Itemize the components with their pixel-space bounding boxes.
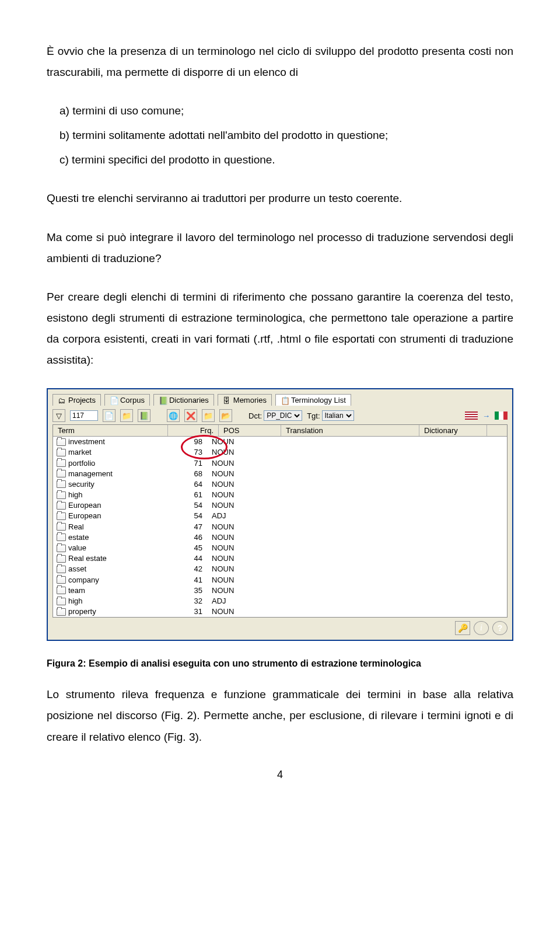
tab-terminology-list[interactable]: 📋Terminology List xyxy=(275,394,351,406)
header-frq[interactable]: Frq. xyxy=(168,425,219,436)
key-button[interactable]: 🔑 xyxy=(455,621,470,635)
header-translation[interactable]: Translation xyxy=(281,425,419,436)
flag-us-icon xyxy=(465,412,478,420)
cell-term: security xyxy=(68,479,94,490)
tab-dictionaries[interactable]: 📗Dictionaries xyxy=(153,394,214,406)
table-row[interactable]: security64NOUN xyxy=(53,479,507,490)
cell-term: market xyxy=(68,447,92,458)
paragraph-5: Lo strumento rileva frequenza e funzione… xyxy=(47,684,513,747)
tab-memories[interactable]: 🗄Memories xyxy=(218,394,272,406)
cell-frq: 98 xyxy=(162,437,207,447)
cell-frq: 32 xyxy=(162,596,207,606)
delete-globe-button[interactable]: ❌ xyxy=(184,409,197,422)
cell-frq: 71 xyxy=(162,458,207,469)
terminology-table: Term Frq. POS Translation Dictionary inv… xyxy=(52,424,508,618)
folder-icon xyxy=(57,598,66,605)
tab-projects[interactable]: 🗂Projects xyxy=(52,394,101,406)
folder-icon xyxy=(57,470,66,477)
table-row[interactable]: asset42NOUN xyxy=(53,564,507,574)
dct-selector: Dct: PP_DIC xyxy=(249,410,302,421)
tgt-select[interactable]: Italian xyxy=(322,410,354,421)
cell-pos: NOUN xyxy=(207,458,264,469)
table-row[interactable]: Real47NOUN xyxy=(53,522,507,532)
table-row[interactable]: Real estate44NOUN xyxy=(53,553,507,564)
document-icon: 📄 xyxy=(110,396,118,405)
cell-pos: NOUN xyxy=(207,575,264,585)
folder-icon xyxy=(57,533,66,541)
folder2-button[interactable]: 📁 xyxy=(202,409,215,422)
database-icon: 🗄 xyxy=(223,396,231,405)
header-pos[interactable]: POS xyxy=(219,425,281,436)
table-row[interactable]: market73NOUN xyxy=(53,447,507,458)
new-file-button[interactable]: 📄 xyxy=(103,409,116,422)
cell-frq: 54 xyxy=(162,511,207,521)
cell-frq: 44 xyxy=(162,553,207,564)
footer-buttons: 🔑 i ? xyxy=(52,621,508,635)
cell-pos: NOUN xyxy=(207,490,264,500)
table-row[interactable]: team35NOUN xyxy=(53,585,507,596)
dct-label: Dct: xyxy=(249,412,262,420)
list-item-b: b) termini solitamente adottati nell'amb… xyxy=(60,125,513,146)
folder-icon xyxy=(57,491,66,499)
folder-icon xyxy=(57,459,66,467)
folder-icon xyxy=(57,566,66,573)
book-icon: 📗 xyxy=(159,396,167,405)
table-header: Term Frq. POS Translation Dictionary xyxy=(53,425,507,437)
flag-it-icon xyxy=(495,412,508,420)
paragraph-3: Ma come si può integrare il lavoro del t… xyxy=(47,227,513,269)
folder-icon xyxy=(57,438,66,446)
folder-button[interactable]: 📁 xyxy=(120,409,133,422)
terminology-tool-window: 🗂Projects 📄Corpus 📗Dictionaries 🗄Memorie… xyxy=(47,388,513,641)
cell-term: European xyxy=(68,511,101,521)
list-item-c: c) termini specifici del prodotto in que… xyxy=(60,149,513,170)
table-body[interactable]: investment98NOUNmarket73NOUNportfolio71N… xyxy=(53,437,507,617)
table-row[interactable]: high61NOUN xyxy=(53,490,507,500)
paragraph-2: Questi tre elenchi serviranno ai tradutt… xyxy=(47,188,513,209)
folder-icon xyxy=(57,480,66,488)
cell-frq: 42 xyxy=(162,564,207,574)
table-row[interactable]: investment98NOUN xyxy=(53,437,507,447)
table-row[interactable]: high32ADJ xyxy=(53,596,507,606)
dct-select[interactable]: PP_DIC xyxy=(264,410,302,421)
globe-button[interactable]: 🌐 xyxy=(167,409,180,422)
cell-term: property xyxy=(68,606,96,617)
header-term[interactable]: Term xyxy=(53,425,168,436)
filter-button[interactable]: ▽ xyxy=(52,409,65,422)
cell-pos: ADJ xyxy=(207,511,264,521)
count-input[interactable] xyxy=(70,410,98,421)
cell-pos: NOUN xyxy=(207,437,264,447)
table-row[interactable]: value45NOUN xyxy=(53,543,507,553)
paragraph-4: Per creare degli elenchi di termini di r… xyxy=(47,287,513,371)
list-item-a: a) termini di uso comune; xyxy=(60,100,513,121)
folder-icon xyxy=(57,555,66,563)
cell-term: investment xyxy=(68,437,105,447)
table-row[interactable]: European54ADJ xyxy=(53,511,507,521)
info-button[interactable]: i xyxy=(474,621,489,635)
table-row[interactable]: management68NOUN xyxy=(53,469,507,479)
figure-caption: Figura 2: Esempio di analisi eseguita co… xyxy=(47,658,513,669)
book-button[interactable]: 📗 xyxy=(138,409,150,422)
help-button[interactable]: ? xyxy=(492,621,508,635)
table-row[interactable]: company41NOUN xyxy=(53,575,507,585)
cell-pos: ADJ xyxy=(207,596,264,606)
header-dictionary[interactable]: Dictionary xyxy=(419,425,487,436)
table-row[interactable]: portfolio71NOUN xyxy=(53,458,507,469)
cell-pos: NOUN xyxy=(207,553,264,564)
table-row[interactable]: estate46NOUN xyxy=(53,532,507,543)
cell-pos: NOUN xyxy=(207,479,264,490)
cell-frq: 61 xyxy=(162,490,207,500)
tab-corpus[interactable]: 📄Corpus xyxy=(104,394,150,406)
open-button[interactable]: 📂 xyxy=(219,409,232,422)
cell-frq: 35 xyxy=(162,585,207,596)
cell-term: team xyxy=(68,585,85,596)
cell-term: high xyxy=(68,490,83,500)
table-row[interactable]: European54NOUN xyxy=(53,500,507,511)
folder-icon xyxy=(57,449,66,456)
cell-pos: NOUN xyxy=(207,532,264,543)
cell-frq: 46 xyxy=(162,532,207,543)
cell-term: value xyxy=(68,543,86,553)
table-row[interactable]: property31NOUN xyxy=(53,606,507,617)
folder-icon xyxy=(57,608,66,616)
cell-term: asset xyxy=(68,564,86,574)
cell-pos: NOUN xyxy=(207,585,264,596)
